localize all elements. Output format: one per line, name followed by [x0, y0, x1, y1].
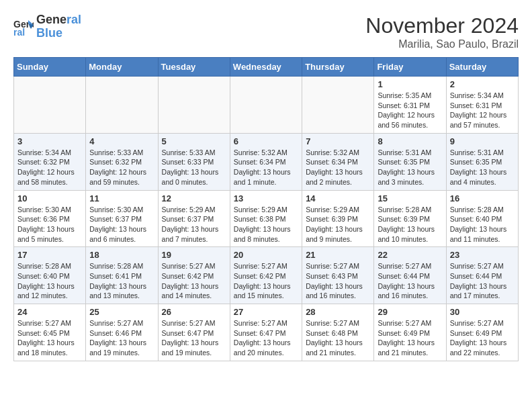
calendar-week-1: 1Sunrise: 5:35 AM Sunset: 6:31 PM Daylig…: [14, 77, 519, 134]
day-number: 24: [17, 307, 82, 317]
day-info: Sunrise: 5:33 AM Sunset: 6:33 PM Dayligh…: [162, 148, 226, 187]
day-info: Sunrise: 5:27 AM Sunset: 6:48 PM Dayligh…: [306, 318, 370, 358]
calendar-cell: 18Sunrise: 5:28 AM Sunset: 6:41 PM Dayli…: [86, 247, 158, 304]
day-info: Sunrise: 5:30 AM Sunset: 6:36 PM Dayligh…: [17, 205, 82, 244]
calendar-cell: 26Sunrise: 5:27 AM Sunset: 6:47 PM Dayli…: [158, 304, 230, 361]
calendar-cell: 23Sunrise: 5:27 AM Sunset: 6:44 PM Dayli…: [446, 247, 518, 304]
calendar-cell: 19Sunrise: 5:27 AM Sunset: 6:42 PM Dayli…: [158, 247, 230, 304]
day-number: 17: [17, 250, 82, 260]
calendar-cell: 25Sunrise: 5:27 AM Sunset: 6:46 PM Dayli…: [86, 304, 158, 361]
day-number: 2: [450, 79, 515, 89]
day-info: Sunrise: 5:30 AM Sunset: 6:37 PM Dayligh…: [89, 205, 154, 244]
calendar-cell: [302, 77, 374, 134]
calendar-week-2: 3Sunrise: 5:34 AM Sunset: 6:32 PM Daylig…: [14, 133, 519, 190]
day-info: Sunrise: 5:27 AM Sunset: 6:42 PM Dayligh…: [162, 261, 226, 301]
calendar-cell: 8Sunrise: 5:31 AM Sunset: 6:35 PM Daylig…: [374, 133, 446, 190]
day-number: 4: [89, 136, 154, 146]
weekday-header-friday: Friday: [374, 58, 446, 77]
calendar-cell: 10Sunrise: 5:30 AM Sunset: 6:36 PM Dayli…: [14, 190, 86, 247]
day-number: 30: [450, 307, 515, 317]
calendar-cell: 21Sunrise: 5:27 AM Sunset: 6:43 PM Dayli…: [302, 247, 374, 304]
day-info: Sunrise: 5:27 AM Sunset: 6:47 PM Dayligh…: [234, 318, 298, 358]
calendar-cell: 9Sunrise: 5:31 AM Sunset: 6:35 PM Daylig…: [446, 133, 518, 190]
calendar-cell: 7Sunrise: 5:32 AM Sunset: 6:34 PM Daylig…: [302, 133, 374, 190]
calendar-cell: [14, 77, 86, 134]
calendar-cell: 2Sunrise: 5:34 AM Sunset: 6:31 PM Daylig…: [446, 77, 518, 134]
calendar-week-4: 17Sunrise: 5:28 AM Sunset: 6:40 PM Dayli…: [14, 247, 519, 304]
calendar-week-5: 24Sunrise: 5:27 AM Sunset: 6:45 PM Dayli…: [14, 304, 519, 361]
day-info: Sunrise: 5:32 AM Sunset: 6:34 PM Dayligh…: [306, 148, 370, 187]
day-info: Sunrise: 5:27 AM Sunset: 6:44 PM Dayligh…: [378, 261, 442, 301]
logo-icon: Gene ral: [13, 17, 34, 37]
logo-text: General Blue: [36, 13, 81, 40]
day-info: Sunrise: 5:28 AM Sunset: 6:39 PM Dayligh…: [378, 205, 442, 244]
day-number: 15: [378, 193, 442, 203]
calendar-table: SundayMondayTuesdayWednesdayThursdayFrid…: [13, 57, 519, 361]
day-info: Sunrise: 5:27 AM Sunset: 6:49 PM Dayligh…: [450, 318, 515, 358]
day-info: Sunrise: 5:27 AM Sunset: 6:43 PM Dayligh…: [306, 261, 370, 301]
day-number: 3: [17, 136, 82, 146]
day-info: Sunrise: 5:27 AM Sunset: 6:45 PM Dayligh…: [17, 318, 82, 358]
day-number: 10: [17, 193, 82, 203]
day-info: Sunrise: 5:27 AM Sunset: 6:46 PM Dayligh…: [89, 318, 154, 358]
calendar-cell: 15Sunrise: 5:28 AM Sunset: 6:39 PM Dayli…: [374, 190, 446, 247]
month-title: November 2024: [365, 13, 519, 38]
calendar-cell: [158, 77, 230, 134]
weekday-header-saturday: Saturday: [446, 58, 518, 77]
weekday-header-tuesday: Tuesday: [158, 58, 230, 77]
day-info: Sunrise: 5:28 AM Sunset: 6:40 PM Dayligh…: [17, 261, 82, 301]
day-number: 19: [162, 250, 226, 260]
calendar-cell: 17Sunrise: 5:28 AM Sunset: 6:40 PM Dayli…: [14, 247, 86, 304]
day-info: Sunrise: 5:29 AM Sunset: 6:39 PM Dayligh…: [306, 205, 370, 244]
calendar-cell: 16Sunrise: 5:28 AM Sunset: 6:40 PM Dayli…: [446, 190, 518, 247]
calendar-cell: 6Sunrise: 5:32 AM Sunset: 6:34 PM Daylig…: [230, 133, 302, 190]
calendar-cell: 24Sunrise: 5:27 AM Sunset: 6:45 PM Dayli…: [14, 304, 86, 361]
day-info: Sunrise: 5:31 AM Sunset: 6:35 PM Dayligh…: [378, 148, 442, 187]
weekday-header-thursday: Thursday: [302, 58, 374, 77]
calendar-cell: 4Sunrise: 5:33 AM Sunset: 6:32 PM Daylig…: [86, 133, 158, 190]
day-number: 22: [378, 250, 442, 260]
weekday-header-wednesday: Wednesday: [230, 58, 302, 77]
day-number: 14: [306, 193, 370, 203]
day-number: 18: [89, 250, 154, 260]
day-info: Sunrise: 5:31 AM Sunset: 6:35 PM Dayligh…: [450, 148, 515, 187]
calendar-cell: 3Sunrise: 5:34 AM Sunset: 6:32 PM Daylig…: [14, 133, 86, 190]
calendar-cell: 11Sunrise: 5:30 AM Sunset: 6:37 PM Dayli…: [86, 190, 158, 247]
location: Marilia, Sao Paulo, Brazil: [365, 38, 519, 50]
logo: Gene ral General Blue: [13, 13, 81, 40]
calendar-cell: 5Sunrise: 5:33 AM Sunset: 6:33 PM Daylig…: [158, 133, 230, 190]
day-info: Sunrise: 5:27 AM Sunset: 6:44 PM Dayligh…: [450, 261, 515, 301]
calendar-cell: 14Sunrise: 5:29 AM Sunset: 6:39 PM Dayli…: [302, 190, 374, 247]
calendar-cell: 28Sunrise: 5:27 AM Sunset: 6:48 PM Dayli…: [302, 304, 374, 361]
calendar-cell: 20Sunrise: 5:27 AM Sunset: 6:42 PM Dayli…: [230, 247, 302, 304]
day-info: Sunrise: 5:27 AM Sunset: 6:49 PM Dayligh…: [378, 318, 442, 358]
day-number: 27: [234, 307, 298, 317]
day-number: 23: [450, 250, 515, 260]
day-info: Sunrise: 5:34 AM Sunset: 6:32 PM Dayligh…: [17, 148, 82, 187]
day-info: Sunrise: 5:33 AM Sunset: 6:32 PM Dayligh…: [89, 148, 154, 187]
day-info: Sunrise: 5:29 AM Sunset: 6:37 PM Dayligh…: [162, 205, 226, 244]
calendar-cell: 29Sunrise: 5:27 AM Sunset: 6:49 PM Dayli…: [374, 304, 446, 361]
day-info: Sunrise: 5:27 AM Sunset: 6:47 PM Dayligh…: [162, 318, 226, 358]
calendar-cell: 1Sunrise: 5:35 AM Sunset: 6:31 PM Daylig…: [374, 77, 446, 134]
calendar-cell: [86, 77, 158, 134]
calendar-cell: 22Sunrise: 5:27 AM Sunset: 6:44 PM Dayli…: [374, 247, 446, 304]
day-number: 13: [234, 193, 298, 203]
weekday-header-row: SundayMondayTuesdayWednesdayThursdayFrid…: [14, 58, 519, 77]
day-number: 6: [234, 136, 298, 146]
day-info: Sunrise: 5:35 AM Sunset: 6:31 PM Dayligh…: [378, 91, 442, 130]
day-number: 11: [89, 193, 154, 203]
page-header: Gene ral General Blue November 2024 Mari…: [13, 13, 519, 50]
day-number: 20: [234, 250, 298, 260]
day-info: Sunrise: 5:27 AM Sunset: 6:42 PM Dayligh…: [234, 261, 298, 301]
calendar-cell: 30Sunrise: 5:27 AM Sunset: 6:49 PM Dayli…: [446, 304, 518, 361]
day-info: Sunrise: 5:34 AM Sunset: 6:31 PM Dayligh…: [450, 91, 515, 130]
title-block: November 2024 Marilia, Sao Paulo, Brazil: [365, 13, 519, 50]
calendar-cell: 12Sunrise: 5:29 AM Sunset: 6:37 PM Dayli…: [158, 190, 230, 247]
weekday-header-sunday: Sunday: [14, 58, 86, 77]
day-number: 8: [378, 136, 442, 146]
day-number: 7: [306, 136, 370, 146]
day-number: 21: [306, 250, 370, 260]
calendar-cell: 27Sunrise: 5:27 AM Sunset: 6:47 PM Dayli…: [230, 304, 302, 361]
day-info: Sunrise: 5:29 AM Sunset: 6:38 PM Dayligh…: [234, 205, 298, 244]
